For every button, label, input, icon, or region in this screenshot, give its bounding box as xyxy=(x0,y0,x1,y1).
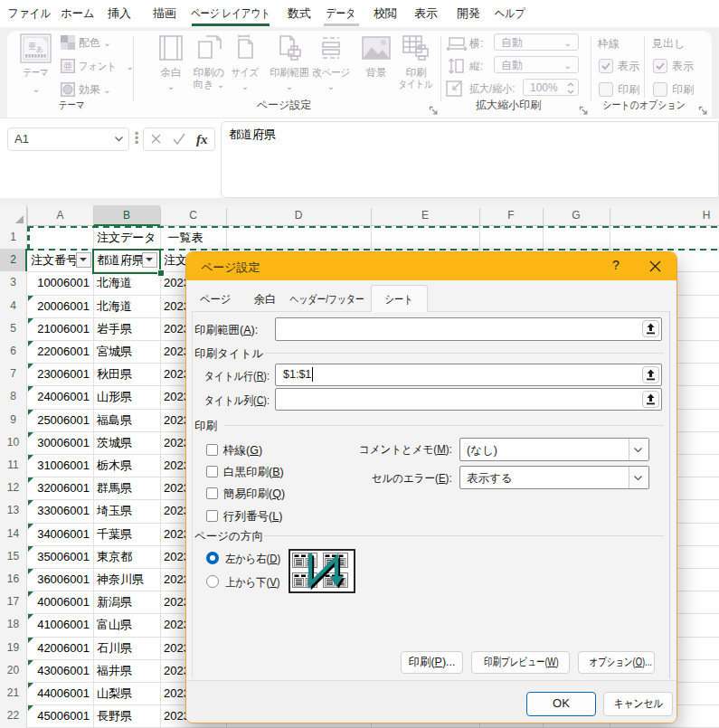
svg-text:亜: 亜 xyxy=(63,61,72,71)
svg-text:あ: あ xyxy=(36,45,43,53)
svg-text:亜: 亜 xyxy=(28,42,36,51)
